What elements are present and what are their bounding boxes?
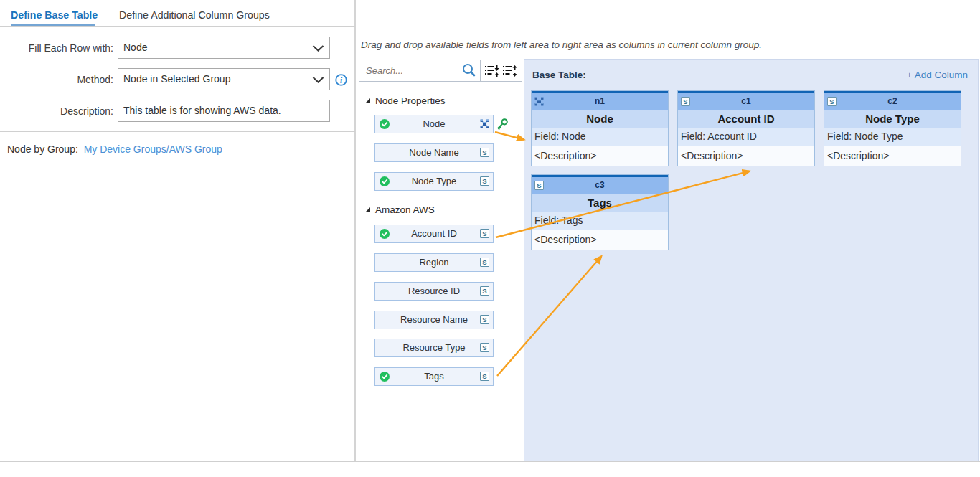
svg-text:i: i — [340, 76, 343, 85]
